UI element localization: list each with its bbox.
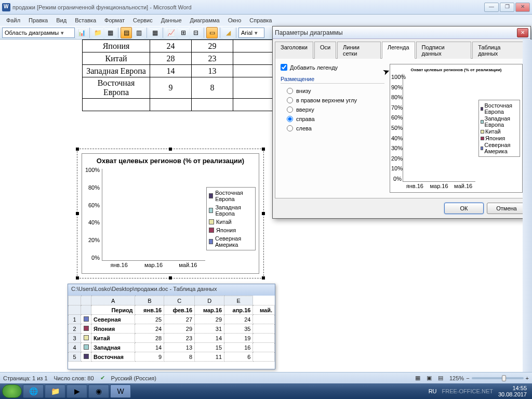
category-axis-button[interactable]: ⊞ <box>178 27 189 38</box>
view-read-icon[interactable]: ▣ <box>427 375 432 381</box>
chart-type-button[interactable]: 📈 <box>165 27 177 38</box>
datasheet-grid[interactable]: ABCDE Периодянв.16фев.16мар.16апр.16май.… <box>68 296 275 368</box>
ok-button[interactable]: ОК <box>444 203 484 214</box>
watermark: FREE-OFFICE.NET <box>442 388 493 394</box>
statusbar: Страница: 1 из 1 Число слов: 80 ✔ Русски… <box>0 372 532 383</box>
taskbar: 🌐 📁 ▶ ◉ W RU FREE-OFFICE.NET 14:55 30.08… <box>0 383 532 399</box>
x-axis: янв.16мар.16май.16 <box>102 262 205 270</box>
tab-Оси[interactable]: Оси <box>314 42 336 59</box>
placement-справа[interactable]: справа <box>287 116 384 122</box>
legend-button[interactable]: ▭ <box>206 27 218 38</box>
tab-Подписи данных[interactable]: Подписи данных <box>416 42 472 59</box>
resize-handle[interactable] <box>76 148 79 151</box>
tray-date[interactable]: 30.08.2017 <box>498 391 527 397</box>
add-legend-checkbox[interactable]: Добавить легенду <box>281 64 384 71</box>
placement-group: Размещение внизув правом верхнем углувве… <box>281 76 384 131</box>
menu-chart[interactable]: Диаграмма <box>186 16 224 24</box>
dialog-tabs: ЗаголовкиОсиЛинии сеткиЛегендаПодписи да… <box>273 39 530 58</box>
menu-data[interactable]: Данные <box>157 16 186 24</box>
menu-insert[interactable]: Вставка <box>71 16 100 24</box>
menu-edit[interactable]: Правка <box>24 16 52 24</box>
view-print-icon[interactable]: ▦ <box>415 375 420 381</box>
menu-file[interactable]: Файл <box>2 16 24 24</box>
taskbar-word[interactable]: W <box>110 384 131 398</box>
tab-Легенда[interactable]: Легенда <box>382 42 415 59</box>
app-icon <box>2 3 10 11</box>
import-button[interactable]: 📁 <box>92 27 103 38</box>
view-web-icon[interactable]: ▤ <box>438 375 443 381</box>
vertical-scrollbar[interactable] <box>523 39 532 372</box>
tray-time[interactable]: 14:55 <box>498 385 527 391</box>
resize-handle[interactable] <box>76 276 79 280</box>
system-tray[interactable]: RU FREE-OFFICE.NET 14:55 30.08.2017 <box>429 385 530 397</box>
placement-в правом верхнем углу[interactable]: в правом верхнем углу <box>287 97 384 103</box>
zoom-control[interactable]: 125% − + <box>449 375 529 381</box>
dialog-close-button[interactable]: ✕ <box>517 28 528 37</box>
start-button[interactable] <box>2 384 22 398</box>
menu-window[interactable]: Окно <box>224 16 246 24</box>
chart-options-dialog[interactable]: Параметры диаграммы ✕ ЗаголовкиОсиЛинии … <box>272 26 531 219</box>
taskbar-ie[interactable]: 🌐 <box>23 384 44 398</box>
resize-handle[interactable] <box>262 276 265 280</box>
y-axis: 100%80%60%40%20%0% <box>85 167 101 261</box>
format-object-button[interactable]: 📊 <box>76 27 87 38</box>
chart-legend: Восточная ЕвропаЗападная ЕвропаКитайЯпон… <box>206 187 256 250</box>
tab-panel-legend: Добавить легенду Размещение внизув право… <box>275 58 528 198</box>
chart-area-combo[interactable]: Область диаграммы <box>2 28 75 38</box>
dialog-titlebar[interactable]: Параметры диаграммы ✕ <box>273 26 530 39</box>
proofing-icon[interactable]: ✔ <box>100 375 105 381</box>
chart-preview: Охват целевых регионов (% от реализации)… <box>390 64 523 193</box>
datasheet-title[interactable]: C:\Users\Losko\Desktop\продажи.doc - Таб… <box>68 284 275 296</box>
window-titlebar: продажи [Режим ограниченной функциональн… <box>0 0 532 15</box>
data-table-button[interactable]: ▦ <box>149 27 161 38</box>
resize-handle[interactable] <box>262 148 265 151</box>
menu-view[interactable]: Вид <box>52 16 71 24</box>
zoom-in-button[interactable]: + <box>526 375 529 381</box>
dialog-title-text: Параметры диаграммы <box>275 29 517 36</box>
tray-lang[interactable]: RU <box>429 388 437 394</box>
resize-handle[interactable] <box>76 212 79 215</box>
zoom-out-button[interactable]: − <box>466 375 469 381</box>
cancel-button[interactable]: Отмена <box>487 203 526 214</box>
datasheet-window[interactable]: C:\Users\Losko\Desktop\продажи.doc - Таб… <box>68 284 275 369</box>
zoom-slider[interactable] <box>472 377 524 379</box>
placement-вверху[interactable]: вверху <box>287 107 384 113</box>
chart-frame: Охват целевых регионов (% от реализации)… <box>82 153 259 274</box>
tab-Линии сетки[interactable]: Линии сетки <box>337 42 381 59</box>
resize-handle[interactable] <box>169 148 172 151</box>
status-language[interactable]: Русский (Россия) <box>111 375 156 381</box>
close-button[interactable]: ✕ <box>515 3 530 12</box>
taskbar-explorer[interactable]: 📁 <box>45 384 65 398</box>
by-row-button[interactable]: ▤ <box>121 27 132 38</box>
datasheet-button[interactable]: ▦ <box>104 27 116 38</box>
tab-Таблица данных[interactable]: Таблица данных <box>472 42 527 59</box>
placement-внизу[interactable]: внизу <box>287 88 384 94</box>
taskbar-chrome[interactable]: ◉ <box>88 384 109 398</box>
font-combo[interactable]: Arial <box>238 28 264 38</box>
fill-color-button[interactable]: ◢ <box>222 27 234 38</box>
menu-service[interactable]: Сервис <box>129 16 157 24</box>
resize-handle[interactable] <box>262 212 265 215</box>
status-page[interactable]: Страница: 1 из 1 <box>3 375 48 381</box>
by-column-button[interactable]: ▥ <box>133 27 144 38</box>
chart-title: Охват целевых регионов (% от реализации) <box>85 157 256 165</box>
window-title: продажи [Режим ограниченной функциональн… <box>12 4 484 10</box>
resize-handle[interactable] <box>169 276 172 280</box>
placement-слева[interactable]: слева <box>287 125 384 131</box>
cell[interactable]: Япония <box>83 40 150 52</box>
menubar: Файл Правка Вид Вставка Формат Сервис Да… <box>0 15 532 26</box>
status-words[interactable]: Число слов: 80 <box>54 375 94 381</box>
value-axis-button[interactable]: ⊟ <box>190 27 202 38</box>
chart-object[interactable]: Охват целевых регионов (% от реализации)… <box>77 149 264 278</box>
restore-button[interactable]: ❐ <box>500 3 514 12</box>
tab-Заголовки[interactable]: Заголовки <box>275 42 313 59</box>
taskbar-mediaplayer[interactable]: ▶ <box>66 384 87 398</box>
chart-plot: 100%80%60%40%20%0% янв.16мар.16май.16 <box>85 167 206 270</box>
minimize-button[interactable]: — <box>484 3 499 12</box>
menu-help[interactable]: Справка <box>245 16 276 24</box>
menu-format[interactable]: Формат <box>100 16 129 24</box>
